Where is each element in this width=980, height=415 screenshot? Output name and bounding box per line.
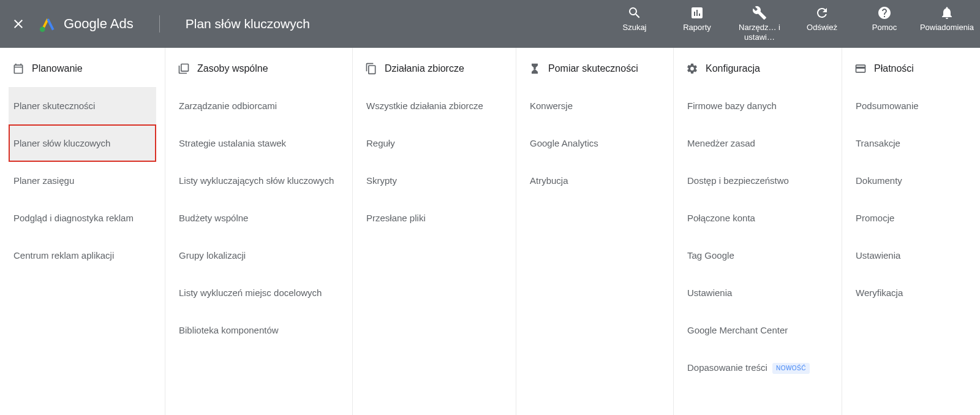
menu-item[interactable]: Planer zasięgu bbox=[9, 162, 156, 199]
menu-item-label: Biblioteka komponentów bbox=[179, 325, 279, 335]
menu-item[interactable]: Transakcje bbox=[851, 124, 971, 162]
column-title: Pomiar skuteczności bbox=[548, 63, 638, 74]
nav-help[interactable]: Pomoc bbox=[862, 6, 907, 32]
menu-item[interactable]: Reguły bbox=[361, 124, 507, 162]
menu-item[interactable]: Google Merchant Center bbox=[682, 311, 833, 349]
menu-item-label: Transakcje bbox=[856, 138, 900, 148]
column-title: Zasoby wspólne bbox=[197, 63, 268, 74]
menu-item[interactable]: Listy wykluczających słów kluczowych bbox=[174, 162, 344, 199]
nav-label: Odśwież bbox=[807, 23, 837, 32]
menu-item[interactable]: Podgląd i diagnostyka reklam bbox=[9, 199, 156, 237]
header-divider bbox=[159, 15, 160, 32]
nav-search[interactable]: Szukaj bbox=[612, 6, 657, 32]
menu-item-label: Przesłane pliki bbox=[366, 213, 426, 223]
menu-item[interactable]: Dopasowanie treściNOWOŚĆ bbox=[682, 349, 833, 386]
menu-item-label: Firmowe bazy danych bbox=[687, 101, 777, 111]
menu-item[interactable]: Wszystkie działania zbiorcze bbox=[361, 87, 507, 124]
menu-item-label: Ustawienia bbox=[687, 287, 732, 298]
menu-item-label: Konwersje bbox=[530, 101, 573, 111]
nav-label: Powiadomienia bbox=[920, 23, 974, 32]
menu-item[interactable]: Dostęp i bezpieczeństwo bbox=[682, 162, 833, 199]
google-ads-logo[interactable]: Google Ads bbox=[39, 15, 134, 32]
menu-item[interactable]: Grupy lokalizacji bbox=[174, 237, 344, 274]
menu-item[interactable]: Przesłane pliki bbox=[361, 199, 507, 237]
menu-item[interactable]: Planer słów kluczowych bbox=[9, 124, 156, 162]
menu-item[interactable]: Ustawienia bbox=[682, 274, 833, 311]
column-header-config: Konfiguracja bbox=[682, 63, 833, 87]
library-icon bbox=[178, 63, 190, 75]
menu-item[interactable]: Weryfikacja bbox=[851, 274, 971, 311]
menu-item-label: Google Analytics bbox=[530, 138, 598, 148]
header-left: Google Ads Plan słów kluczowych bbox=[11, 15, 310, 32]
menu-item-label: Grupy lokalizacji bbox=[179, 250, 246, 261]
column-header-bulk: Działania zbiorcze bbox=[361, 63, 507, 87]
menu-item[interactable]: Firmowe bazy danych bbox=[682, 87, 833, 124]
menu-item[interactable]: Promocje bbox=[851, 199, 971, 237]
calendar-icon bbox=[12, 63, 24, 75]
menu-item-label: Menedżer zasad bbox=[687, 138, 755, 148]
menu-item[interactable]: Biblioteka komponentów bbox=[174, 311, 344, 349]
column-title: Płatności bbox=[874, 63, 914, 74]
menu-item-label: Podsumowanie bbox=[856, 101, 919, 111]
google-ads-logo-icon bbox=[39, 15, 56, 32]
nav-label: Narzędz… i ustawi… bbox=[737, 23, 782, 42]
menu-item[interactable]: Dokumenty bbox=[851, 162, 971, 199]
menu-column-planning: PlanowaniePlaner skutecznościPlaner słów… bbox=[0, 48, 165, 415]
nav-notifications[interactable]: Powiadomienia bbox=[925, 6, 969, 32]
nav-label: Pomoc bbox=[872, 23, 897, 32]
menu-item[interactable]: Google Analytics bbox=[525, 124, 665, 162]
column-title: Planowanie bbox=[32, 63, 83, 74]
menu-item[interactable]: Centrum reklam aplikacji bbox=[9, 237, 156, 274]
menu-item[interactable]: Menedżer zasad bbox=[682, 124, 833, 162]
menu-item[interactable]: Planer skuteczności bbox=[9, 87, 156, 124]
menu-item[interactable]: Ustawienia bbox=[851, 237, 971, 274]
menu-item[interactable]: Podsumowanie bbox=[851, 87, 971, 124]
menu-column-billing: PłatnościPodsumowanieTransakcjeDokumenty… bbox=[842, 48, 980, 415]
menu-column-bulk: Działania zbiorczeWszystkie działania zb… bbox=[353, 48, 516, 415]
menu-item[interactable]: Konwersje bbox=[525, 87, 665, 124]
menu-item-label: Listy wykluczających słów kluczowych bbox=[179, 175, 334, 186]
menu-item-label: Wszystkie działania zbiorcze bbox=[366, 101, 483, 111]
menu-item[interactable]: Atrybucja bbox=[525, 162, 665, 199]
column-header-measure: Pomiar skuteczności bbox=[525, 63, 665, 87]
page-title: Plan słów kluczowych bbox=[186, 17, 310, 31]
menu-item-label: Atrybucja bbox=[530, 175, 568, 186]
column-title: Działania zbiorcze bbox=[385, 63, 464, 74]
menu-item-label: Reguły bbox=[366, 138, 395, 148]
menu-item-label: Ustawienia bbox=[856, 250, 900, 261]
nav-reports[interactable]: Raporty bbox=[675, 6, 719, 32]
menu-item[interactable]: Listy wykluczeń miejsc docelowych bbox=[174, 274, 344, 311]
menu-item-label: Planer skuteczności bbox=[13, 101, 95, 111]
column-title: Konfiguracja bbox=[706, 63, 760, 74]
menu-item-label: Centrum reklam aplikacji bbox=[13, 250, 114, 261]
wrench-icon bbox=[752, 6, 767, 20]
menu-item-label: Zarządzanie odbiorcami bbox=[179, 101, 277, 111]
app-name: Google Ads bbox=[64, 16, 134, 32]
menu-item-label: Dostęp i bezpieczeństwo bbox=[687, 175, 789, 186]
app-header: Google Ads Plan słów kluczowych Szukaj R… bbox=[0, 0, 980, 48]
nav-tools[interactable]: Narzędz… i ustawi… bbox=[737, 6, 782, 42]
copy-stack-icon bbox=[365, 63, 377, 75]
hourglass-icon bbox=[529, 63, 541, 75]
close-icon[interactable] bbox=[11, 17, 26, 31]
column-header-shared: Zasoby wspólne bbox=[174, 63, 344, 87]
nav-label: Szukaj bbox=[622, 23, 646, 32]
menu-column-config: KonfiguracjaFirmowe bazy danychMenedżer … bbox=[674, 48, 842, 415]
bell-icon bbox=[940, 6, 954, 20]
nav-refresh[interactable]: Odśwież bbox=[800, 6, 844, 32]
menu-item[interactable]: Tag Google bbox=[682, 237, 833, 274]
menu-item-label: Planer zasięgu bbox=[13, 175, 74, 186]
header-nav: Szukaj Raporty Narzędz… i ustawi… Odświe… bbox=[612, 6, 969, 42]
menu-column-measure: Pomiar skutecznościKonwersjeGoogle Analy… bbox=[516, 48, 674, 415]
svg-point-0 bbox=[40, 26, 45, 32]
menu-item[interactable]: Skrypty bbox=[361, 162, 507, 199]
menu-item[interactable]: Strategie ustalania stawek bbox=[174, 124, 344, 162]
menu-item[interactable]: Połączone konta bbox=[682, 199, 833, 237]
column-header-billing: Płatności bbox=[851, 63, 971, 87]
menu-item-label: Skrypty bbox=[366, 175, 397, 186]
menu-item[interactable]: Budżety wspólne bbox=[174, 199, 344, 237]
help-icon bbox=[877, 6, 892, 20]
menu-item[interactable]: Zarządzanie odbiorcami bbox=[174, 87, 344, 124]
search-icon bbox=[627, 6, 642, 20]
column-header-planning: Planowanie bbox=[9, 63, 156, 87]
